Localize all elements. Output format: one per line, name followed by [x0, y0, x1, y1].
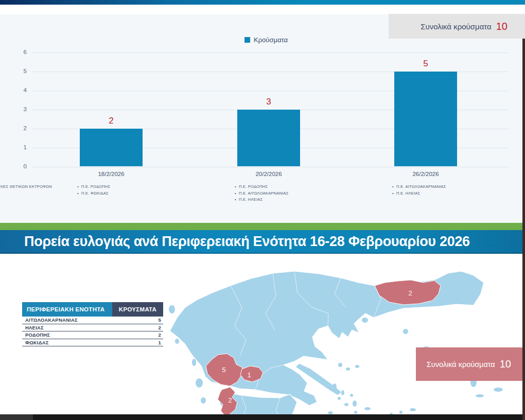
table-cell-region: ΡΟΔΟΠΗΣ: [22, 332, 151, 338]
bar-20/2/2026: [237, 110, 300, 167]
bar-18/2/2026: [80, 129, 143, 167]
total-cases-map-value: 10: [500, 358, 511, 370]
region-bullet-item: •Π.Ε. ΗΛΕΙΑΣ: [235, 197, 289, 203]
table-cell-region: ΑΙΤΩΛΟΑΚΑΡΝΑΝΙΑΣ: [22, 317, 151, 323]
left-axis-truncated-label: ΟΧΕΣ ΘΕΤΙΚΩΝ ΕΚΤΡΟΦΩΝ: [0, 184, 52, 189]
green-divider-band: [0, 223, 525, 230]
bar-chart: 6543210218/2/2026•Π.Ε. ΡΟΔΟΠΗΣ•Π.Ε. ΦΩΚΙ…: [0, 0, 525, 223]
bullet-icon: •: [77, 190, 79, 197]
region-bullet-list-20/2/2026: •Π.Ε. ΡΟΔΟΠΗΣ•Π.Ε. ΑΙΤΩΛΟΑΚΑΡΝΑΝΙΑΣ•Π.Ε.…: [235, 184, 289, 203]
map-label-aitoloakarnanias: 5: [222, 366, 225, 374]
table-body: ΑΙΤΩΛΟΑΚΑΡΝΑΝΙΑΣ5ΗΛΕΙΑΣ2ΡΟΔΟΠΗΣ2ΦΩΚΙΔΑΣ1: [22, 317, 163, 346]
table-header-region: ΠΕΡΙΦΕΡΕΙΑΚΗ ΕΝΟΤΗΤΑ: [22, 302, 112, 317]
region-bullet-item: •Π.Ε. ΡΟΔΟΠΗΣ: [77, 184, 110, 190]
bullet-icon: •: [392, 184, 394, 190]
bottom-window-strip-left: [0, 414, 33, 420]
bar-26/2/2026: [394, 72, 457, 166]
region-bullet-item: •Π.Ε. ΑΙΤΩΛΟΑΚΑΡΝΑΝΙΑΣ: [235, 190, 289, 197]
regional-summary-table: ΠΕΡΙΦΕΡΕΙΑΚΗ ΕΝΟΤΗΤΑ ΚΡΟΥΣΜΑΤΑ ΑΙΤΩΛΟΑΚΑ…: [22, 302, 163, 346]
x-axis-date-label-18/2/2026: 18/2/2026: [70, 171, 152, 177]
table-cell-region: ΦΩΚΙΔΑΣ: [22, 340, 151, 345]
bullet-icon: •: [392, 190, 394, 197]
section-title-band: Πορεία ευλογιάς ανά Περιφερειακή Ενότητα…: [0, 230, 525, 254]
table-cell-cases: 5: [151, 317, 163, 323]
region-bullet-item: •Π.Ε. ΑΙΤΩΛΟΑΚΑΡΝΑΝΙΑΣ: [392, 184, 446, 190]
region-bullet-label: Π.Ε. ΑΙΤΩΛΟΑΚΑΡΝΑΝΙΑΣ: [396, 184, 446, 190]
bar-value-label-26/2/2026: 5: [394, 59, 457, 69]
table-cell-cases: 1: [151, 340, 163, 345]
y-axis-tick-3: 3: [8, 106, 27, 112]
table-header-cases: ΚΡΟΥΣΜΑΤΑ: [112, 302, 163, 317]
y-axis-tick-2: 2: [8, 125, 27, 131]
table-row-ΡΟΔΟΠΗΣ: ΡΟΔΟΠΗΣ2: [22, 331, 163, 339]
region-bullet-item: •Π.Ε. ΗΛΕΙΑΣ: [392, 190, 446, 197]
right-window-strip: [522, 39, 525, 420]
region-bullet-label: Π.Ε. ΗΛΕΙΑΣ: [396, 190, 421, 197]
y-axis-tick-4: 4: [8, 87, 27, 93]
region-bullet-item: •Π.Ε. ΡΟΔΟΠΗΣ: [235, 184, 289, 190]
map-label-fokidas: 1: [247, 371, 251, 379]
y-axis-tick-0: 0: [8, 163, 27, 169]
gridline-0: [32, 167, 509, 167]
report-page: Συνολικά κρούσματα 10 Κρούσματα 65432102…: [0, 0, 525, 420]
bar-value-label-20/2/2026: 3: [237, 97, 300, 107]
total-cases-map-label: Συνολικά κρούσματα: [427, 360, 495, 369]
bottom-window-strip: [0, 414, 525, 420]
region-bullet-label: Π.Ε. ΦΩΚΙΔΑΣ: [81, 190, 109, 197]
total-cases-box-map: Συνολικά κρούσματα 10: [416, 347, 522, 381]
table-row-ΗΛΕΙΑΣ: ΗΛΕΙΑΣ2: [22, 324, 163, 332]
x-axis-date-label-26/2/2026: 26/2/2026: [384, 171, 467, 177]
table-cell-cases: 2: [151, 325, 163, 330]
region-bullet-label: Π.Ε. ΡΟΔΟΠΗΣ: [81, 184, 111, 190]
x-axis-date-label-20/2/2026: 20/2/2026: [227, 171, 310, 177]
region-bullet-label: Π.Ε. ΡΟΔΟΠΗΣ: [239, 184, 268, 190]
region-bullet-label: Π.Ε. ΑΙΤΩΛΟΑΚΑΡΝΑΝΙΑΣ: [239, 190, 289, 197]
y-axis-tick-6: 6: [8, 49, 27, 55]
bullet-icon: •: [235, 197, 236, 203]
table-row-ΑΙΤΩΛΟΑΚΑΡΝΑΝΙΑΣ: ΑΙΤΩΛΟΑΚΑΡΝΑΝΙΑΣ5: [22, 317, 163, 324]
section-title: Πορεία ευλογιάς ανά Περιφερειακή Ενότητα…: [24, 234, 470, 250]
table-cell-region: ΗΛΕΙΑΣ: [22, 325, 151, 330]
map-label-ileias: 2: [228, 396, 232, 404]
region-bullet-list-18/2/2026: •Π.Ε. ΡΟΔΟΠΗΣ•Π.Ε. ΦΩΚΙΔΑΣ: [77, 184, 110, 197]
region-bullet-label: Π.Ε. ΗΛΕΙΑΣ: [239, 197, 263, 203]
table-header-row: ΠΕΡΙΦΕΡΕΙΑΚΗ ΕΝΟΤΗΤΑ ΚΡΟΥΣΜΑΤΑ: [22, 302, 163, 317]
y-axis-tick-1: 1: [8, 144, 27, 150]
bullet-icon: •: [235, 190, 236, 197]
bullet-icon: •: [77, 184, 79, 190]
region-bullet-item: •Π.Ε. ΦΩΚΙΔΑΣ: [77, 190, 110, 197]
gridline-6: [32, 52, 509, 53]
table-cell-cases: 2: [151, 332, 163, 338]
y-axis-tick-5: 5: [8, 68, 27, 74]
region-bullet-list-26/2/2026: •Π.Ε. ΑΙΤΩΛΟΑΚΑΡΝΑΝΙΑΣ•Π.Ε. ΗΛΕΙΑΣ: [392, 184, 446, 197]
map-label-rodopis: 2: [408, 289, 412, 297]
bullet-icon: •: [235, 184, 236, 190]
table-row-ΦΩΚΙΔΑΣ: ΦΩΚΙΔΑΣ1: [22, 339, 163, 347]
bar-value-label-18/2/2026: 2: [80, 116, 143, 126]
greece-map: 2 5 1 2: [165, 260, 525, 420]
